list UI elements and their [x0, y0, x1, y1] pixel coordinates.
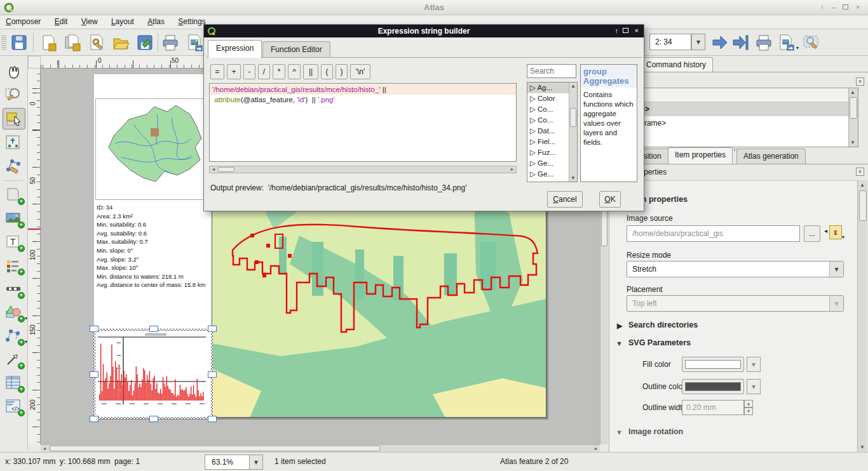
expression-editor-hscrollbar[interactable]: ◂ ▸	[209, 166, 517, 173]
op-multiply-button[interactable]: *	[273, 64, 285, 79]
pan-tool-button[interactable]	[3, 61, 25, 83]
browse-button[interactable]: ...	[804, 225, 820, 242]
save-project-button[interactable]	[9, 32, 29, 53]
items-list-scrollbar[interactable]: ▲ ▼	[848, 88, 858, 147]
select-move-item-button[interactable]	[3, 108, 25, 129]
composition-manager-button[interactable]	[86, 32, 107, 53]
next-feature-button[interactable]	[709, 32, 729, 53]
menu-atlas[interactable]: Atlas	[142, 15, 170, 28]
add-arrow-button[interactable]: +	[3, 348, 25, 370]
menu-layout[interactable]: Layout	[105, 15, 140, 28]
print-button[interactable]	[160, 32, 180, 53]
save-as-template-button[interactable]	[135, 32, 155, 53]
expression-editor[interactable]: '/home/debian/practical_gis/results/mce/…	[209, 83, 517, 162]
shade-window-icon[interactable]: ↑	[817, 3, 827, 12]
menu-edit[interactable]: Edit	[49, 15, 74, 28]
add-html-frame-button[interactable]: </>+	[3, 395, 25, 417]
resize-handle[interactable]	[208, 326, 217, 332]
op-close-paren-button[interactable]: )	[336, 64, 348, 79]
resize-handle[interactable]	[90, 371, 98, 378]
scroll-right-icon[interactable]: ▸	[592, 445, 600, 452]
edit-nodes-button[interactable]	[3, 155, 25, 176]
export-atlas-button[interactable]: ▾	[776, 32, 797, 53]
add-legend-button[interactable]: +	[3, 255, 25, 276]
tab-item-properties[interactable]: Item properties	[668, 147, 733, 164]
tab-function-editor[interactable]: Function Editor	[262, 41, 330, 58]
op-newline-button[interactable]: '\n'	[350, 64, 370, 79]
add-shape-button[interactable]: +▾	[3, 302, 25, 323]
menu-view[interactable]: View	[76, 15, 104, 28]
outline-color-dropdown[interactable]: ▾	[747, 379, 761, 394]
op-divide-button[interactable]: /	[258, 64, 270, 79]
export-image-button[interactable]	[184, 32, 205, 53]
expression-override-dropdown-icon[interactable]: ▾	[842, 234, 844, 240]
outline-width-spinner[interactable]: 0.20 mm	[682, 400, 744, 415]
atlas-feature-combo[interactable]: 2: 34	[649, 34, 691, 50]
add-image-button[interactable]: +	[3, 208, 25, 229]
minimize-window-icon[interactable]: –	[829, 3, 839, 12]
menu-composer[interactable]: Composer	[0, 15, 46, 28]
svg-parameters-expand-icon[interactable]: ▼	[616, 340, 623, 347]
zoom-tool-button[interactable]	[3, 84, 25, 106]
tree-expand-icon[interactable]: ▷	[530, 84, 536, 91]
resize-mode-select[interactable]: Stretch▾	[627, 261, 844, 277]
canvas-horizontal-scrollbar[interactable]: ◂ ▸	[41, 444, 600, 452]
op-plus-button[interactable]: +	[227, 64, 241, 79]
zoom-combo-arrow-icon[interactable]: ▾	[249, 454, 263, 470]
dialog-close-icon[interactable]: ×	[635, 27, 639, 34]
scroll-left-icon[interactable]: ◂	[41, 445, 48, 452]
op-open-paren-button[interactable]: (	[321, 64, 333, 79]
toolbar-grip[interactable]	[1, 36, 6, 50]
dialog-shade-icon[interactable]: ↑	[615, 27, 619, 34]
ok-button[interactable]: OK	[599, 191, 621, 208]
close-window-icon[interactable]: ×	[853, 3, 863, 12]
zoom-full-button[interactable]	[801, 32, 821, 53]
outline-color-button[interactable]	[682, 379, 744, 394]
op-minus-button[interactable]: -	[243, 64, 255, 79]
feature-stats-label[interactable]: ID: 34 Area: 2.3 km² Min. suitability: 0…	[97, 203, 214, 289]
fill-color-dropdown[interactable]: ▾	[747, 357, 761, 372]
tree-scrollbar[interactable]: ▲ ▼	[569, 83, 577, 182]
resize-handle[interactable]	[90, 416, 98, 422]
add-attribute-table-button[interactable]: +	[3, 372, 25, 394]
search-directories-group[interactable]: Search directories	[628, 321, 698, 329]
properties-scrollbar[interactable]: ▲ ▼	[857, 180, 867, 452]
histogram-picture-item[interactable]	[93, 329, 213, 419]
duplicate-composition-button[interactable]	[62, 32, 83, 53]
svg-parameters-group[interactable]: SVG Parameters	[628, 338, 691, 347]
item-row-html-frame[interactable]: <HTML frame>	[611, 116, 858, 130]
add-map-button[interactable]: +	[3, 184, 25, 206]
op-concat-button[interactable]: ||	[303, 64, 318, 79]
image-source-input[interactable]	[627, 225, 800, 242]
restore-window-icon[interactable]	[840, 3, 850, 12]
dialog-titlebar[interactable]: Expression string builder ↑ ×	[204, 25, 644, 37]
resize-handle[interactable]	[208, 416, 217, 422]
function-search-input[interactable]	[527, 64, 576, 78]
tab-expression[interactable]: Expression	[208, 40, 262, 58]
resize-handle[interactable]	[90, 326, 98, 332]
close-properties-icon[interactable]: ×	[856, 168, 864, 176]
tab-atlas-generation[interactable]: Atlas generation	[736, 149, 806, 164]
atlas-feature-combo-arrow-icon[interactable]: ▾	[691, 34, 705, 50]
placement-select[interactable]: Top left▾	[627, 295, 844, 312]
image-rotation-expand-icon[interactable]: ▼	[616, 428, 623, 436]
item-row-picture[interactable]: <picture>	[611, 102, 858, 116]
op-equals-button[interactable]: =	[210, 64, 224, 79]
op-power-button[interactable]: ^	[288, 64, 301, 79]
last-feature-button[interactable]	[731, 32, 751, 53]
overview-map-item[interactable]	[95, 98, 212, 200]
close-dock-icon[interactable]: ×	[856, 77, 864, 86]
spin-down-icon[interactable]: ▼	[744, 408, 753, 415]
image-rotation-group[interactable]: Image rotation	[628, 427, 683, 436]
resize-handle[interactable]	[208, 371, 217, 378]
item-row-map0[interactable]: Map 0	[611, 130, 858, 144]
expression-override-button[interactable]: ε	[829, 225, 842, 239]
tab-command-history[interactable]: Command history	[639, 57, 713, 72]
new-composition-button[interactable]	[38, 32, 58, 53]
spin-up-icon[interactable]: ▲	[744, 400, 753, 408]
resize-handle[interactable]	[149, 416, 158, 422]
export-atlas-dropdown-icon[interactable]: ▾	[796, 45, 799, 51]
add-label-button[interactable]: T+	[3, 231, 25, 253]
cancel-button[interactable]: Cancel	[547, 191, 583, 208]
dialog-maximize-icon[interactable]	[623, 28, 628, 33]
